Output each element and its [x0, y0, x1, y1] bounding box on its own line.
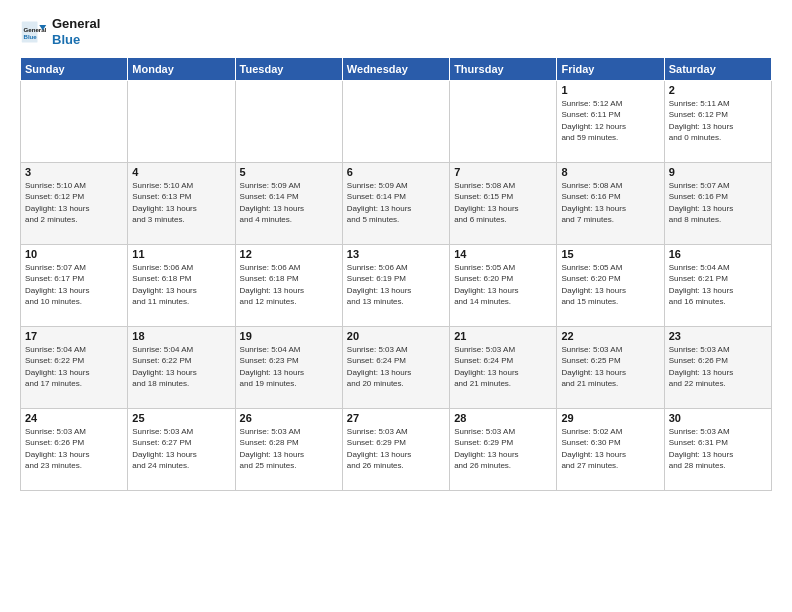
week-row-5: 24Sunrise: 5:03 AM Sunset: 6:26 PM Dayli…	[21, 409, 772, 491]
calendar-table: SundayMondayTuesdayWednesdayThursdayFrid…	[20, 57, 772, 491]
day-cell-27: 27Sunrise: 5:03 AM Sunset: 6:29 PM Dayli…	[342, 409, 449, 491]
day-info: Sunrise: 5:11 AM Sunset: 6:12 PM Dayligh…	[669, 98, 767, 143]
day-info: Sunrise: 5:09 AM Sunset: 6:14 PM Dayligh…	[240, 180, 338, 225]
day-cell-24: 24Sunrise: 5:03 AM Sunset: 6:26 PM Dayli…	[21, 409, 128, 491]
day-cell-15: 15Sunrise: 5:05 AM Sunset: 6:20 PM Dayli…	[557, 245, 664, 327]
day-number: 5	[240, 166, 338, 178]
day-cell-30: 30Sunrise: 5:03 AM Sunset: 6:31 PM Dayli…	[664, 409, 771, 491]
day-number: 17	[25, 330, 123, 342]
day-number: 25	[132, 412, 230, 424]
day-cell-26: 26Sunrise: 5:03 AM Sunset: 6:28 PM Dayli…	[235, 409, 342, 491]
day-number: 10	[25, 248, 123, 260]
day-info: Sunrise: 5:04 AM Sunset: 6:21 PM Dayligh…	[669, 262, 767, 307]
day-info: Sunrise: 5:03 AM Sunset: 6:25 PM Dayligh…	[561, 344, 659, 389]
day-cell-7: 7Sunrise: 5:08 AM Sunset: 6:15 PM Daylig…	[450, 163, 557, 245]
day-info: Sunrise: 5:12 AM Sunset: 6:11 PM Dayligh…	[561, 98, 659, 143]
day-info: Sunrise: 5:03 AM Sunset: 6:26 PM Dayligh…	[25, 426, 123, 471]
empty-cell	[21, 81, 128, 163]
day-number: 4	[132, 166, 230, 178]
day-number: 3	[25, 166, 123, 178]
day-number: 29	[561, 412, 659, 424]
day-number: 21	[454, 330, 552, 342]
day-cell-10: 10Sunrise: 5:07 AM Sunset: 6:17 PM Dayli…	[21, 245, 128, 327]
day-cell-23: 23Sunrise: 5:03 AM Sunset: 6:26 PM Dayli…	[664, 327, 771, 409]
day-number: 28	[454, 412, 552, 424]
day-info: Sunrise: 5:08 AM Sunset: 6:16 PM Dayligh…	[561, 180, 659, 225]
day-info: Sunrise: 5:05 AM Sunset: 6:20 PM Dayligh…	[561, 262, 659, 307]
day-cell-8: 8Sunrise: 5:08 AM Sunset: 6:16 PM Daylig…	[557, 163, 664, 245]
day-cell-12: 12Sunrise: 5:06 AM Sunset: 6:18 PM Dayli…	[235, 245, 342, 327]
day-cell-22: 22Sunrise: 5:03 AM Sunset: 6:25 PM Dayli…	[557, 327, 664, 409]
day-number: 24	[25, 412, 123, 424]
day-info: Sunrise: 5:03 AM Sunset: 6:24 PM Dayligh…	[347, 344, 445, 389]
day-info: Sunrise: 5:04 AM Sunset: 6:23 PM Dayligh…	[240, 344, 338, 389]
day-info: Sunrise: 5:06 AM Sunset: 6:18 PM Dayligh…	[132, 262, 230, 307]
svg-text:Blue: Blue	[24, 33, 38, 40]
calendar-page: General Blue General Blue SundayMondayTu…	[0, 0, 792, 612]
day-number: 30	[669, 412, 767, 424]
day-info: Sunrise: 5:10 AM Sunset: 6:12 PM Dayligh…	[25, 180, 123, 225]
day-number: 13	[347, 248, 445, 260]
day-number: 8	[561, 166, 659, 178]
weekday-header-thursday: Thursday	[450, 58, 557, 81]
day-info: Sunrise: 5:07 AM Sunset: 6:16 PM Dayligh…	[669, 180, 767, 225]
day-number: 15	[561, 248, 659, 260]
day-info: Sunrise: 5:09 AM Sunset: 6:14 PM Dayligh…	[347, 180, 445, 225]
day-number: 26	[240, 412, 338, 424]
weekday-header-tuesday: Tuesday	[235, 58, 342, 81]
day-info: Sunrise: 5:06 AM Sunset: 6:18 PM Dayligh…	[240, 262, 338, 307]
day-info: Sunrise: 5:07 AM Sunset: 6:17 PM Dayligh…	[25, 262, 123, 307]
day-cell-28: 28Sunrise: 5:03 AM Sunset: 6:29 PM Dayli…	[450, 409, 557, 491]
day-cell-2: 2Sunrise: 5:11 AM Sunset: 6:12 PM Daylig…	[664, 81, 771, 163]
day-info: Sunrise: 5:08 AM Sunset: 6:15 PM Dayligh…	[454, 180, 552, 225]
day-cell-18: 18Sunrise: 5:04 AM Sunset: 6:22 PM Dayli…	[128, 327, 235, 409]
weekday-header-wednesday: Wednesday	[342, 58, 449, 81]
day-cell-25: 25Sunrise: 5:03 AM Sunset: 6:27 PM Dayli…	[128, 409, 235, 491]
day-cell-4: 4Sunrise: 5:10 AM Sunset: 6:13 PM Daylig…	[128, 163, 235, 245]
day-number: 19	[240, 330, 338, 342]
day-cell-13: 13Sunrise: 5:06 AM Sunset: 6:19 PM Dayli…	[342, 245, 449, 327]
header: General Blue General Blue	[20, 16, 772, 47]
empty-cell	[128, 81, 235, 163]
weekday-header-sunday: Sunday	[21, 58, 128, 81]
day-info: Sunrise: 5:04 AM Sunset: 6:22 PM Dayligh…	[25, 344, 123, 389]
day-info: Sunrise: 5:03 AM Sunset: 6:29 PM Dayligh…	[454, 426, 552, 471]
weekday-header-saturday: Saturday	[664, 58, 771, 81]
day-number: 22	[561, 330, 659, 342]
weekday-header-friday: Friday	[557, 58, 664, 81]
day-cell-9: 9Sunrise: 5:07 AM Sunset: 6:16 PM Daylig…	[664, 163, 771, 245]
day-cell-16: 16Sunrise: 5:04 AM Sunset: 6:21 PM Dayli…	[664, 245, 771, 327]
logo-text: General Blue	[52, 16, 100, 47]
empty-cell	[450, 81, 557, 163]
day-number: 2	[669, 84, 767, 96]
day-info: Sunrise: 5:03 AM Sunset: 6:26 PM Dayligh…	[669, 344, 767, 389]
day-number: 6	[347, 166, 445, 178]
day-number: 12	[240, 248, 338, 260]
day-number: 23	[669, 330, 767, 342]
day-cell-11: 11Sunrise: 5:06 AM Sunset: 6:18 PM Dayli…	[128, 245, 235, 327]
week-row-1: 1Sunrise: 5:12 AM Sunset: 6:11 PM Daylig…	[21, 81, 772, 163]
day-cell-20: 20Sunrise: 5:03 AM Sunset: 6:24 PM Dayli…	[342, 327, 449, 409]
empty-cell	[342, 81, 449, 163]
day-info: Sunrise: 5:03 AM Sunset: 6:31 PM Dayligh…	[669, 426, 767, 471]
day-number: 20	[347, 330, 445, 342]
logo: General Blue General Blue	[20, 16, 100, 47]
day-cell-29: 29Sunrise: 5:02 AM Sunset: 6:30 PM Dayli…	[557, 409, 664, 491]
day-number: 7	[454, 166, 552, 178]
day-number: 16	[669, 248, 767, 260]
week-row-4: 17Sunrise: 5:04 AM Sunset: 6:22 PM Dayli…	[21, 327, 772, 409]
day-cell-5: 5Sunrise: 5:09 AM Sunset: 6:14 PM Daylig…	[235, 163, 342, 245]
day-info: Sunrise: 5:05 AM Sunset: 6:20 PM Dayligh…	[454, 262, 552, 307]
day-cell-21: 21Sunrise: 5:03 AM Sunset: 6:24 PM Dayli…	[450, 327, 557, 409]
day-cell-1: 1Sunrise: 5:12 AM Sunset: 6:11 PM Daylig…	[557, 81, 664, 163]
day-info: Sunrise: 5:02 AM Sunset: 6:30 PM Dayligh…	[561, 426, 659, 471]
day-info: Sunrise: 5:06 AM Sunset: 6:19 PM Dayligh…	[347, 262, 445, 307]
day-info: Sunrise: 5:03 AM Sunset: 6:29 PM Dayligh…	[347, 426, 445, 471]
day-info: Sunrise: 5:10 AM Sunset: 6:13 PM Dayligh…	[132, 180, 230, 225]
weekday-header-monday: Monday	[128, 58, 235, 81]
day-info: Sunrise: 5:04 AM Sunset: 6:22 PM Dayligh…	[132, 344, 230, 389]
day-info: Sunrise: 5:03 AM Sunset: 6:27 PM Dayligh…	[132, 426, 230, 471]
day-info: Sunrise: 5:03 AM Sunset: 6:28 PM Dayligh…	[240, 426, 338, 471]
week-row-2: 3Sunrise: 5:10 AM Sunset: 6:12 PM Daylig…	[21, 163, 772, 245]
day-cell-6: 6Sunrise: 5:09 AM Sunset: 6:14 PM Daylig…	[342, 163, 449, 245]
